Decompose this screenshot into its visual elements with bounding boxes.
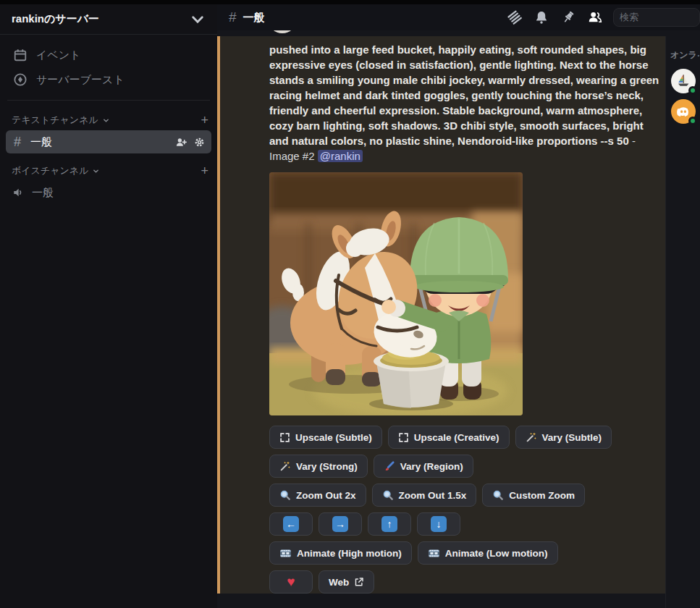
online-header: オンライン [670,49,699,62]
channel-title: 一般 [243,11,265,25]
chevron-down-icon [93,168,99,174]
chevron-down-icon [103,117,109,124]
heart-icon: ♥ [287,574,295,590]
external-link-icon [354,577,364,587]
magic-wand-icon [279,460,291,472]
chibi-horse-jockey-scene [269,172,523,415]
button-label: Vary (Region) [400,461,463,472]
text-channels-label: テキストチャンネル [12,114,98,127]
right-arrow-icon: → [332,516,348,532]
vary-subtle-button[interactable]: Vary (Subtle) [515,426,612,449]
member-rankin[interactable] [671,99,696,124]
web-button[interactable]: Web [319,570,374,594]
hash-icon: # [229,9,237,25]
magnifier-icon [492,489,504,501]
zoom-out-15x-button[interactable]: Zoom Out 1.5x [372,484,477,507]
sidebar-channel-general-voice[interactable]: 一般 [6,181,211,204]
paintbrush-icon [384,460,395,472]
pan-down-button[interactable]: ↓ [417,512,460,536]
button-label: Vary (Subtle) [542,432,602,443]
events-label: イベント [36,48,80,62]
sidebar-item-events[interactable]: イベント [6,43,211,67]
up-arrow-icon: ↑ [381,516,397,532]
user-mention[interactable]: @rankin [318,150,363,162]
voice-channel-name: 一般 [32,186,54,200]
discord-app: rankinのサーバー イベント サーバーブースト テキス [0,0,700,608]
member-list-icon[interactable] [587,9,603,25]
sidebar-item-server-boost[interactable]: サーバーブースト [6,68,211,91]
button-label: Custom Zoom [509,490,575,501]
left-arrow-icon: ← [283,516,299,532]
member-list: オンライン [666,36,700,608]
upscale-creative-button[interactable]: Upscale (Creative) [388,426,510,449]
invite-person-icon[interactable] [174,135,187,148]
pan-up-button[interactable]: ↑ [368,512,411,536]
add-voice-channel-button[interactable]: + [201,164,208,177]
notifications-bell-icon[interactable] [534,9,549,25]
voice-channels-section[interactable]: ボイスチャンネル + [0,154,217,180]
gear-icon[interactable] [193,136,206,148]
sidebar-channel-general-text[interactable]: # 一般 [6,130,211,153]
online-status-dot [688,86,697,95]
hash-icon: # [12,135,23,150]
upscale-icon [398,432,409,443]
magic-wand-icon [526,431,537,443]
search-input[interactable]: 検索 [613,8,700,27]
heart-reaction-button[interactable]: ♥ [269,570,313,594]
server-header[interactable]: rankinのサーバー [0,4,217,35]
zoom-out-2x-button[interactable]: Zoom Out 2x [269,484,366,507]
button-label: Animate (High motion) [297,548,402,559]
mentioned-message: pushed into a large feed bucket, happily… [217,36,665,594]
vary-region-button[interactable]: Vary (Region) [374,455,473,478]
vary-strong-button[interactable]: Vary (Strong) [269,455,368,478]
button-label: Animate (Low motion) [445,548,548,559]
channel-name: 一般 [30,135,52,149]
upscale-icon [279,432,290,443]
film-frames-icon [279,547,292,560]
animate-low-motion-button[interactable]: Animate (Low motion) [418,541,558,565]
calendar-icon [13,48,28,62]
online-status-dot [688,117,697,125]
button-label: Upscale (Subtle) [295,432,372,443]
member-midjourney-bot[interactable] [671,69,696,93]
generated-image[interactable] [269,172,523,415]
animate-high-motion-button[interactable]: Animate (High motion) [269,541,412,565]
speaker-icon [12,186,25,199]
boost-label: サーバーブースト [36,73,125,87]
upscale-subtle-button[interactable]: Upscale (Subtle) [269,426,382,449]
sidebar-divider [7,100,210,101]
button-label: Zoom Out 2x [296,490,356,501]
channel-header-bar: # 一般 [217,4,700,30]
custom-zoom-button[interactable]: Custom Zoom [482,484,585,507]
add-channel-button[interactable]: + [201,114,208,127]
window-top-strip [0,0,700,4]
magnifier-icon [279,489,291,501]
channel-sidebar: rankinのサーバー イベント サーバーブースト テキス [0,4,217,608]
down-arrow-icon: ↓ [431,516,447,532]
button-label: Vary (Strong) [296,461,358,472]
button-label: Upscale (Creative) [414,432,499,443]
chevron-down-icon [190,12,206,28]
magnifier-icon [382,489,394,501]
voice-channels-label: ボイスチャンネル [12,164,88,177]
prompt-bold: pushed into a large feed bucket, happily… [269,43,659,147]
threads-icon[interactable] [507,9,523,25]
pan-left-button[interactable]: ← [269,512,313,536]
server-name: rankinのサーバー [12,12,99,26]
pan-right-button[interactable]: → [319,512,362,536]
button-label: Web [329,577,349,588]
prompt-text: pushed into a large feed bucket, happily… [269,42,665,164]
pinned-messages-icon[interactable] [560,9,576,25]
boost-icon [13,72,28,87]
film-frames-icon [428,547,440,560]
text-channels-section[interactable]: テキストチャンネル + [0,104,217,130]
search-placeholder: 検索 [620,11,638,24]
midjourney-actions: Upscale (Subtle) Upscale (Creative) [269,426,655,594]
button-label: Zoom Out 1.5x [399,490,467,501]
